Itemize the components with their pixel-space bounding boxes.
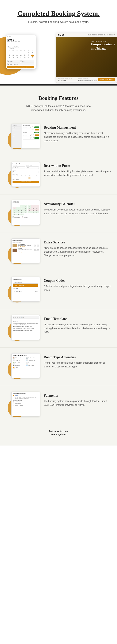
feature-text-amenities: Room Type Amenities Room Type Amenities … [44, 353, 111, 369]
safe-icon: 🔒 [26, 362, 28, 364]
coupon-discount-value: $16.50 [35, 291, 38, 292]
mgmt-sidebar: Dashboard Bookings Rooms Guests Settings… [11, 124, 22, 148]
feature-heading-coupon: Coupon Codes [44, 279, 111, 283]
list-item: Breakfast Continental breakfast, per per… [12, 248, 39, 252]
toolbar-link[interactable]: 🔗 [20, 316, 22, 318]
feature-text-availability: Availability Calendar The availability c… [44, 200, 111, 216]
list-item: 🚿 Shower Bathtub [26, 360, 39, 361]
feature-screen-coupon: Have a coupon? If you have one APPLY COU… [11, 277, 40, 302]
service-quantity-2: - 0 + [34, 249, 39, 251]
feature-coupon-codes: Have a coupon? If you have one APPLY COU… [0, 271, 117, 309]
feature-image-booking-management: Dashboard Bookings Rooms Guests Settings… [6, 124, 40, 150]
toolbar-italic[interactable]: I [15, 316, 16, 318]
feature-extra-services: Additional Services Select Payment Airpo… [0, 233, 117, 271]
payment-on-arrival-radio[interactable] [13, 405, 14, 406]
feature-email-template: B I U ≡ 🔗 ⊞ New Booking Confirmation Dea… [0, 309, 117, 348]
table-row: Mark Brown Jul 9 – Jul 15 Confirmed [23, 132, 39, 134]
list-item: 📶 WIFI Recipes [13, 367, 25, 369]
list-item: 🌿 Spring Sofa [13, 362, 25, 364]
feature-desc-booking-management: All received bookings and booking reques… [44, 132, 111, 143]
feature-image-amenities: Room Type Amenities 🏠 Balcony or Terrace… [6, 353, 40, 380]
table-row: Anna Lee Jul 7 – Jul 12 Pending [23, 129, 39, 131]
feature-heading-amenities: Room Type Amenities [44, 355, 111, 359]
phone-mockup: NUSS BOUTIQUE HOTEL HOME ROOMS PAGES BLO… [6, 35, 36, 69]
feature-text-email: Email Template All new reservations, can… [44, 315, 111, 334]
list-item: 🏠 Balcony or Terrace [13, 357, 25, 359]
feature-screen-availability: JUNE 2021 Su Mo Tu We Th Fr Sa 1 2 3 4 5… [11, 200, 40, 225]
feature-text-reservation: Reservation Form A clean and simple book… [44, 162, 111, 177]
amenities-content: Room Type Amenities 🏠 Balcony or Terrace… [11, 354, 40, 370]
paypal-radio[interactable] [13, 395, 14, 396]
feature-screen-reservation: Book Your Room CHECK-IN 29 Jun 2021 CHEC… [11, 162, 40, 187]
increase-button[interactable]: + [37, 244, 39, 246]
list-item: Bank Transfer [13, 403, 39, 404]
feature-availability-calendar: JUNE 2021 Su Mo Tu We Th Fr Sa 1 2 3 4 5… [0, 194, 117, 233]
toolbar-bold[interactable]: B [13, 316, 14, 318]
phone-header: NUSS BOUTIQUE HOTEL [6, 38, 36, 43]
calendar-availability-title: Check Availability [7, 46, 34, 48]
phone-calendar: Check Availability JULY 2021 Su Mo Tu We… [6, 45, 36, 60]
desktop-check-availability-button[interactable]: CHECK AVAILABILITY [98, 78, 115, 81]
feature-screen-payments: Select Payment Method PayPal Pay via Pay… [11, 392, 40, 416]
service-image-breakfast [12, 248, 17, 252]
phone-checkin-field[interactable]: 29 Jun 21 [7, 60, 20, 62]
tv-icon: 📺 [26, 357, 28, 359]
feature-image-coupon: Have a coupon? If you have one APPLY COU… [6, 277, 40, 304]
phone-checkout-field[interactable]: Jul 21 [21, 60, 34, 62]
email-template-content: B I U ≡ 🔗 ⊞ New Booking Confirmation Dea… [11, 315, 40, 334]
desktop-date-field[interactable]: CHECK-IN – CHECK-OUT Jun 21, 2021 [58, 78, 77, 81]
reservation-checkout-field[interactable]: Jul 2021 [26, 166, 39, 169]
coupon-input[interactable]: If you have one [13, 281, 38, 284]
feature-text-booking-management: Booking Management All received bookings… [44, 124, 111, 143]
feature-heading-reservation: Reservation Form [44, 164, 111, 168]
extra-services-content: Additional Services Select Payment Airpo… [11, 239, 40, 254]
mgmt-screen-content: Dashboard Bookings Rooms Guests Settings… [11, 124, 40, 148]
decrease-button-2[interactable]: - [34, 249, 35, 251]
feature-text-coupon: Coupon Codes Offer flat rates and percen… [44, 277, 111, 292]
desktop-guests-field[interactable]: ROOMS / GUESTS 1 Room, 2 Adults, 0 Child… [78, 78, 97, 81]
toolbar-underline[interactable]: U [17, 316, 18, 318]
table-row: Sara White Jul 12 – Jul 14 Pending [23, 134, 39, 137]
feature-payments: Select Payment Method PayPal Pay via Pay… [0, 386, 117, 424]
availability-legend: No availability Available [12, 216, 39, 218]
reservation-calendar: Su Mo Tu We Th Fr Sa 1 2 3 4 5 6 [12, 175, 39, 178]
desktop-mockup: NUSS HOME ROOMS PAGES BLOG CONTACT URBAN… [56, 33, 117, 82]
list-item: 👔 Ironing Desk [26, 364, 39, 366]
spring-icon: 🌿 [13, 362, 15, 364]
phone-dot-3 [10, 36, 11, 37]
desktop-logo: NUSS [58, 34, 65, 36]
feature-screen-extra-services: Additional Services Select Payment Airpo… [11, 238, 40, 263]
coupon-discount-row: HoursStuff (10%) $16.50 [13, 290, 38, 292]
phone-guests-field[interactable]: 1 Adult , 0 Children [7, 63, 34, 65]
ironing-icon: 👔 [26, 364, 28, 366]
desktop-nav-bar: NUSS HOME ROOMS PAGES BLOG CONTACT [56, 33, 117, 37]
list-item: ☕ Coffee, Tea [13, 360, 25, 361]
toolbar-align[interactable]: ≡ [19, 316, 20, 318]
feature-heading-booking-management: Booking Management [44, 126, 111, 130]
table-row: John Smith Jul 5 – Jul 10 Confirmed [23, 126, 39, 129]
hero-title: Completed Booking System. [11, 10, 106, 18]
feature-screen-booking-management: Dashboard Bookings Rooms Guests Settings… [11, 124, 40, 148]
phone-check-availability-button[interactable]: CHECK AVAILABILITY [7, 66, 34, 68]
feature-booking-management: Dashboard Bookings Rooms Guests Settings… [0, 118, 117, 156]
footer-note: And more to come in our updates [0, 424, 117, 446]
credit-card-radio[interactable] [13, 401, 14, 402]
amenity-list: 🏠 Balcony or Terrace 📺 Flat Screen TV ☕ … [13, 357, 39, 369]
coffee-icon: ☕ [13, 360, 15, 361]
toolbar-image[interactable]: ⊞ [22, 316, 24, 318]
reservation-checkin-field[interactable]: 29 Jun 2021 [12, 166, 25, 169]
payments-content: Select Payment Method PayPal Pay via Pay… [11, 392, 40, 408]
decrease-button[interactable]: - [34, 244, 35, 246]
email-body: New Booking Confirmation Dear Guest, You… [12, 319, 39, 333]
reservation-check-button[interactable]: CHECK AVAILABILITY [12, 181, 39, 183]
phone-nav: HOME ROOMS PAGES BLOG [6, 43, 36, 45]
list-item: 📞 Telephone [13, 364, 25, 366]
bank-transfer-radio[interactable] [13, 403, 14, 404]
feature-image-reservation: Book Your Room CHECK-IN 29 Jun 2021 CHEC… [6, 162, 40, 188]
apply-coupon-button[interactable]: APPLY COUPON [13, 284, 38, 287]
desktop-hero-title: Unique Boutique in Chicago [91, 42, 115, 50]
reservation-rooms-field[interactable]: 1 [12, 171, 39, 173]
increase-button-2[interactable]: + [37, 249, 39, 251]
phone-top-bar [6, 35, 36, 38]
features-title: Booking Features [7, 95, 110, 101]
